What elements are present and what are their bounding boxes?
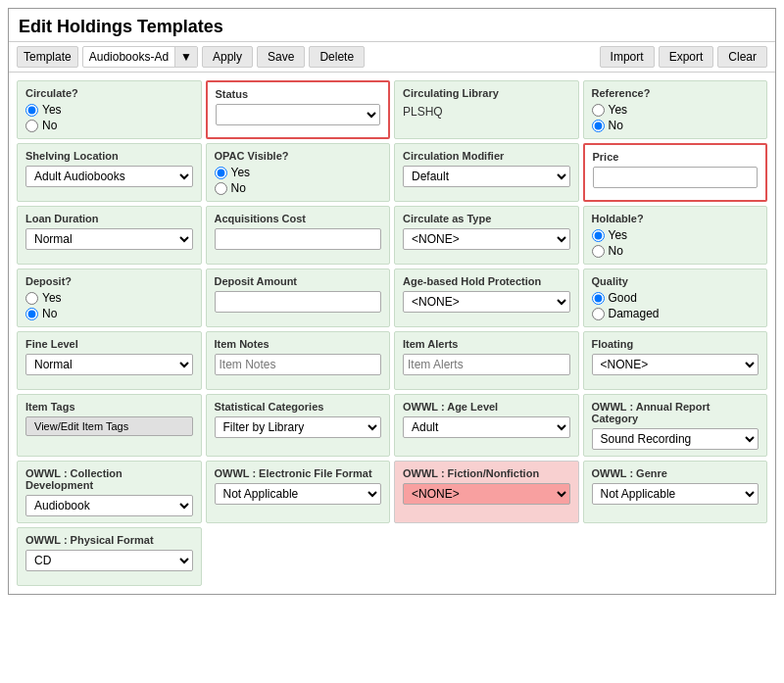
acq-cost-label: Acquisitions Cost [215, 213, 382, 224]
owwl-collect-label: OWWL : Collection Development [25, 467, 193, 491]
apply-button[interactable]: Apply [202, 46, 253, 68]
circulate-no-radio[interactable] [25, 120, 38, 132]
quality-radio-group: Good Damaged [592, 291, 760, 320]
reference-yes-radio[interactable] [592, 104, 605, 117]
acq-cost-field: Acquisitions Cost [206, 206, 391, 265]
toolbar: Template Audiobooks-Ad ▼ Apply Save Dele… [9, 42, 775, 73]
reference-field: Reference? Yes No [583, 80, 768, 139]
stat-cats-field: Statistical Categories Filter by Library [206, 394, 391, 457]
delete-button[interactable]: Delete [309, 46, 365, 68]
circ-library-value: PLSHQ [403, 103, 570, 121]
shelving-label: Shelving Location [25, 150, 193, 162]
toolbar-left: Template Audiobooks-Ad ▼ Apply Save Dele… [17, 46, 365, 68]
item-tags-label: Item Tags [25, 401, 193, 413]
deposit-amount-label: Deposit Amount [215, 275, 382, 287]
circ-modifier-select[interactable]: Default [403, 166, 570, 187]
owwl-efile-select[interactable]: Not Applicable [215, 483, 382, 505]
opac-yes-option[interactable]: Yes [215, 166, 382, 179]
owwl-annual-select[interactable]: Sound Recording [592, 428, 760, 450]
age-hold-label: Age-based Hold Protection [403, 275, 570, 287]
deposit-amount-input[interactable] [215, 291, 382, 313]
floating-label: Floating [592, 338, 760, 350]
reference-radio-group: Yes No [592, 103, 760, 132]
quality-label: Quality [592, 275, 760, 287]
deposit-no-option[interactable]: No [25, 307, 193, 320]
quality-field: Quality Good Damaged [583, 268, 768, 327]
holdable-no-radio[interactable] [592, 245, 605, 258]
deposit-label: Deposit? [25, 275, 193, 287]
quality-damaged-option[interactable]: Damaged [592, 307, 760, 320]
owwl-fiction-select[interactable]: <NONE> [403, 483, 570, 505]
item-notes-label: Item Notes [215, 338, 382, 350]
reference-no-option[interactable]: No [592, 119, 760, 132]
quality-good-option[interactable]: Good [592, 291, 760, 305]
owwl-age-label: OWWL : Age Level [403, 401, 570, 413]
owwl-collect-field: OWWL : Collection Development Audiobook [17, 461, 202, 523]
owwl-fiction-label: OWWL : Fiction/Nonfiction [403, 467, 570, 479]
stat-cats-select[interactable]: Filter by Library [215, 416, 382, 438]
deposit-yes-radio[interactable] [25, 292, 38, 305]
owwl-phys-label: OWWL : Physical Format [25, 534, 193, 546]
acq-cost-input[interactable] [215, 228, 382, 250]
status-select[interactable] [216, 104, 381, 125]
opac-label: OPAC Visible? [215, 150, 382, 162]
deposit-amount-field: Deposit Amount [206, 268, 391, 327]
owwl-phys-select[interactable]: CD [25, 550, 193, 571]
price-field: Price [583, 143, 768, 202]
reference-yes-option[interactable]: Yes [592, 103, 760, 117]
import-button[interactable]: Import [600, 46, 655, 68]
fine-field: Fine Level Normal [17, 331, 202, 390]
owwl-genre-label: OWWL : Genre [592, 467, 760, 479]
price-input[interactable] [593, 167, 759, 188]
template-arrow-icon[interactable]: ▼ [174, 47, 197, 67]
page-title: Edit Holdings Templates [9, 9, 775, 42]
owwl-age-select[interactable]: Adult [403, 416, 570, 438]
reference-no-radio[interactable] [592, 120, 605, 132]
owwl-annual-field: OWWL : Annual Report Category Sound Reco… [583, 394, 768, 457]
status-field: Status [206, 80, 391, 139]
holdable-yes-option[interactable]: Yes [592, 228, 760, 242]
template-dropdown[interactable]: Audiobooks-Ad ▼ [82, 46, 198, 68]
floating-select[interactable]: <NONE> [592, 354, 760, 375]
circulate-yes-radio[interactable] [25, 104, 38, 117]
opac-no-radio[interactable] [215, 182, 227, 195]
circ-as-type-field: Circulate as Type <NONE> [394, 206, 579, 265]
floating-field: Floating <NONE> [583, 331, 768, 390]
status-label: Status [216, 88, 381, 100]
loan-field: Loan Duration Normal [17, 206, 202, 265]
fields-grid: Circulate? Yes No Status Circulating Lib… [9, 73, 775, 594]
circ-library-field: Circulating Library PLSHQ [394, 80, 579, 139]
age-hold-select[interactable]: <NONE> [403, 291, 570, 313]
shelving-select[interactable]: Adult Audiobooks [25, 166, 193, 187]
owwl-fiction-field: OWWL : Fiction/Nonfiction <NONE> [394, 461, 579, 523]
export-button[interactable]: Export [659, 46, 714, 68]
circ-as-type-select[interactable]: <NONE> [403, 228, 570, 250]
holdable-yes-radio[interactable] [592, 229, 605, 242]
circulate-field: Circulate? Yes No [17, 80, 202, 139]
deposit-yes-option[interactable]: Yes [25, 291, 193, 305]
loan-select[interactable]: Normal [25, 228, 193, 250]
deposit-no-radio[interactable] [25, 308, 38, 320]
circ-modifier-label: Circulation Modifier [403, 150, 570, 162]
item-notes-input[interactable] [215, 354, 382, 375]
circulate-yes-option[interactable]: Yes [25, 103, 193, 117]
quality-good-radio[interactable] [592, 292, 605, 305]
deposit-field: Deposit? Yes No [17, 268, 202, 327]
circulate-no-option[interactable]: No [25, 119, 193, 132]
item-alerts-label: Item Alerts [403, 338, 570, 350]
item-tags-button[interactable]: View/Edit Item Tags [25, 416, 193, 436]
save-button[interactable]: Save [257, 46, 305, 68]
opac-yes-radio[interactable] [215, 167, 227, 179]
main-container: Edit Holdings Templates Template Audiobo… [8, 8, 776, 595]
shelving-field: Shelving Location Adult Audiobooks [17, 143, 202, 202]
item-alerts-input[interactable] [403, 354, 570, 375]
quality-damaged-radio[interactable] [592, 308, 605, 320]
holdable-no-option[interactable]: No [592, 244, 760, 258]
owwl-genre-select[interactable]: Not Applicable [592, 483, 760, 505]
item-tags-field: Item Tags View/Edit Item Tags [17, 394, 202, 457]
opac-no-option[interactable]: No [215, 181, 382, 195]
fine-select[interactable]: Normal [25, 354, 193, 375]
template-value: Audiobooks-Ad [83, 47, 174, 67]
clear-button[interactable]: Clear [717, 46, 767, 68]
owwl-collect-select[interactable]: Audiobook [25, 495, 193, 516]
